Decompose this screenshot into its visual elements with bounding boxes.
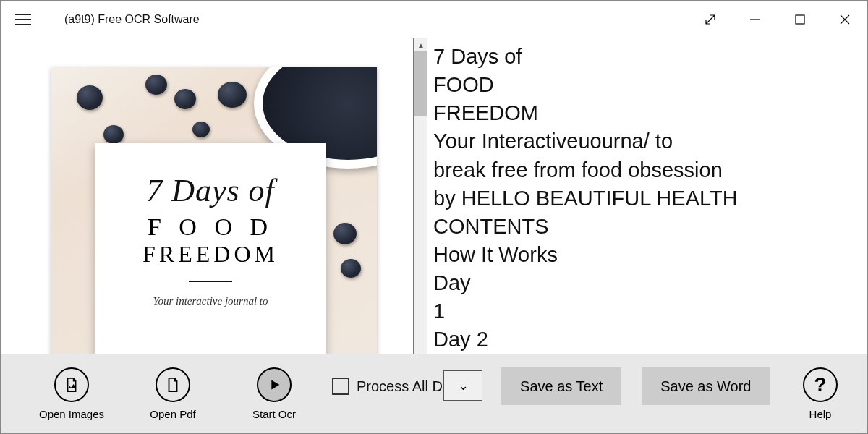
image-preview-pane: 7 Days of F O O D FREEDOM Your interacti… bbox=[1, 38, 413, 354]
ocr-text[interactable]: 7 Days of FOOD FREEDOM Your Interactiveu… bbox=[433, 43, 860, 354]
window-title: (a9t9) Free OCR Software bbox=[64, 13, 200, 26]
source-image[interactable]: 7 Days of F O O D FREEDOM Your interacti… bbox=[51, 67, 377, 354]
save-as-text-button[interactable]: Save as Text bbox=[501, 367, 621, 405]
maximize-icon[interactable] bbox=[778, 1, 822, 38]
titlebar: (a9t9) Free OCR Software bbox=[1, 1, 867, 38]
scroll-thumb[interactable] bbox=[414, 51, 427, 116]
save-text-label: Save as Text bbox=[520, 378, 603, 395]
help-button[interactable]: ? Help bbox=[788, 367, 853, 420]
save-as-word-button[interactable]: Save as Word bbox=[642, 367, 770, 405]
content-area: 7 Days of F O O D FREEDOM Your interacti… bbox=[1, 38, 867, 354]
start-ocr-label: Start Ocr bbox=[252, 408, 296, 420]
image-card: 7 Days of F O O D FREEDOM Your interacti… bbox=[95, 143, 326, 354]
close-icon[interactable] bbox=[822, 1, 867, 38]
start-ocr-button[interactable]: Start Ocr bbox=[224, 367, 325, 420]
open-pdf-label: Open Pdf bbox=[150, 408, 195, 420]
image-icon bbox=[54, 367, 89, 402]
save-word-label: Save as Word bbox=[660, 378, 751, 395]
image-title-line3: FREEDOM bbox=[109, 241, 312, 268]
menu-icon[interactable] bbox=[15, 7, 40, 32]
format-dropdown[interactable]: ⌄ bbox=[443, 370, 482, 401]
open-images-label: Open Images bbox=[39, 408, 104, 420]
scrollbar[interactable]: ▲ bbox=[414, 38, 427, 354]
expand-icon[interactable] bbox=[688, 1, 733, 38]
minimize-icon[interactable] bbox=[733, 1, 778, 38]
image-title-line2: F O O D bbox=[109, 213, 312, 241]
image-subtitle: Your interactive journal to bbox=[109, 295, 312, 307]
help-icon: ? bbox=[803, 367, 838, 402]
help-label: Help bbox=[809, 408, 832, 420]
process-all-control: Process All Do bbox=[332, 378, 451, 395]
open-images-button[interactable]: Open Images bbox=[21, 367, 122, 420]
image-title-line1: 7 Days of bbox=[109, 172, 312, 209]
pdf-icon bbox=[156, 367, 190, 402]
svg-rect-0 bbox=[796, 15, 804, 24]
ocr-output-pane[interactable]: 7 Days of FOOD FREEDOM Your Interactiveu… bbox=[427, 38, 867, 354]
play-icon bbox=[257, 367, 292, 402]
window-controls bbox=[688, 1, 867, 38]
process-all-label: Process All Do bbox=[357, 378, 451, 395]
bottom-toolbar: Open Images Open Pdf Start Ocr Process A… bbox=[1, 354, 867, 433]
process-all-checkbox[interactable] bbox=[332, 378, 349, 395]
chevron-down-icon: ⌄ bbox=[458, 378, 469, 393]
open-pdf-button[interactable]: Open Pdf bbox=[122, 367, 224, 420]
scroll-up-icon[interactable]: ▲ bbox=[414, 38, 427, 51]
